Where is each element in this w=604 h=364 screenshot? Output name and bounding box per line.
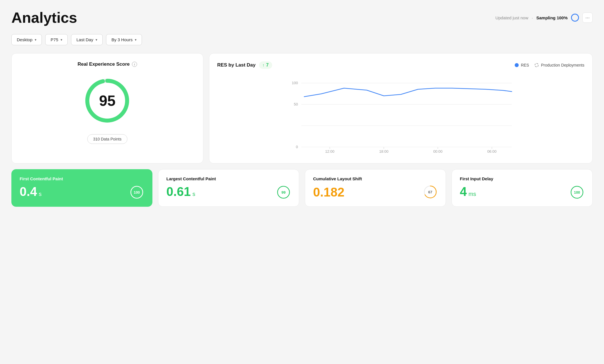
delta-arrow-icon: ↑ bbox=[262, 63, 264, 67]
fcp-unit: s bbox=[39, 191, 42, 197]
lcp-value-group: 0.61 s bbox=[166, 185, 195, 200]
cls-score: 67 bbox=[428, 190, 432, 194]
period-filter-label: Last Day bbox=[76, 37, 93, 42]
fid-value-row: 4 ms 100 bbox=[460, 185, 584, 200]
lcp-title: Largest Contentful Paint bbox=[166, 176, 291, 181]
main-grid: Real Experience Score i 95 310 Data Poin… bbox=[11, 53, 593, 164]
fid-title: First Input Delay bbox=[460, 176, 584, 181]
device-filter-chevron-icon: ▾ bbox=[35, 38, 36, 42]
donut-chart: 95 bbox=[82, 75, 133, 126]
interval-filter-chevron-icon: ▾ bbox=[135, 38, 136, 42]
metric-cls: Cumulative Layout Shift 0.182 67 bbox=[305, 169, 446, 207]
sampling-label: Sampling 100% bbox=[536, 15, 568, 20]
lcp-value-row: 0.61 s 99 bbox=[166, 185, 291, 200]
legend-res: RES bbox=[515, 63, 529, 67]
dot-separator: · bbox=[532, 15, 533, 20]
cls-score-circle: 67 bbox=[423, 185, 438, 199]
period-filter-chevron-icon: ▾ bbox=[96, 38, 97, 42]
metric-lcp: Largest Contentful Paint 0.61 s 99 bbox=[158, 169, 299, 207]
header-right: Updated just now · Sampling 100% ··· bbox=[495, 13, 593, 23]
lcp-score: 99 bbox=[282, 190, 286, 195]
percentile-filter-button[interactable]: P75 ▾ bbox=[45, 34, 68, 45]
fcp-title: First Contentful Paint bbox=[20, 176, 144, 181]
chart-legend: RES Production Deployments bbox=[515, 63, 584, 67]
chart-title-group: RES by Last Day ↑ 7 bbox=[217, 61, 272, 69]
sampling-circle-icon[interactable] bbox=[571, 14, 579, 22]
interval-filter-button[interactable]: By 3 Hours ▾ bbox=[106, 34, 142, 45]
page-header: Analytics Updated just now · Sampling 10… bbox=[11, 9, 593, 26]
updated-text: Updated just now bbox=[495, 15, 528, 20]
percentile-filter-chevron-icon: ▾ bbox=[61, 38, 62, 42]
res-legend-label: RES bbox=[521, 63, 529, 67]
svg-text:12:00: 12:00 bbox=[325, 149, 334, 154]
res-card: Real Experience Score i 95 310 Data Poin… bbox=[11, 53, 203, 164]
info-icon[interactable]: i bbox=[132, 62, 137, 67]
line-chart-svg: 100 50 0 12:00 18:00 00:00 06:00 bbox=[217, 75, 584, 154]
svg-text:00:00: 00:00 bbox=[433, 149, 442, 154]
more-options-button[interactable]: ··· bbox=[582, 13, 593, 23]
res-score: 95 bbox=[99, 92, 115, 109]
device-filter-button[interactable]: Desktop ▾ bbox=[11, 34, 42, 45]
res-delta-badge: ↑ 7 bbox=[259, 61, 272, 69]
chart-header: RES by Last Day ↑ 7 RES Production Deplo… bbox=[217, 61, 584, 69]
cls-title: Cumulative Layout Shift bbox=[313, 176, 438, 181]
deployments-legend-label: Production Deployments bbox=[541, 63, 584, 67]
metrics-grid: First Contentful Paint 0.4 s 100 Largest… bbox=[11, 169, 593, 207]
fid-score-circle: 100 bbox=[570, 185, 584, 200]
interval-filter-label: By 3 Hours bbox=[111, 37, 133, 42]
fid-score: 100 bbox=[574, 190, 580, 195]
filters-bar: Desktop ▾ P75 ▾ Last Day ▾ By 3 Hours ▾ bbox=[11, 34, 593, 45]
svg-text:0: 0 bbox=[296, 145, 298, 149]
page-title: Analytics bbox=[11, 9, 77, 26]
metric-fid: First Input Delay 4 ms 100 bbox=[452, 169, 593, 207]
res-card-title: Real Experience Score i bbox=[78, 61, 137, 67]
svg-text:06:00: 06:00 bbox=[487, 149, 497, 154]
res-legend-dot-icon bbox=[515, 63, 519, 67]
chart-svg-wrapper: 100 50 0 12:00 18:00 00:00 06:00 bbox=[217, 75, 584, 155]
lcp-score-circle: 99 bbox=[276, 185, 291, 200]
cls-value-row: 0.182 67 bbox=[313, 185, 438, 199]
fcp-value-row: 0.4 s 100 bbox=[20, 185, 144, 200]
deployments-legend-dot-icon bbox=[535, 63, 539, 67]
period-filter-button[interactable]: Last Day ▾ bbox=[71, 34, 103, 45]
lcp-unit: s bbox=[193, 191, 195, 197]
fid-value-group: 4 ms bbox=[460, 185, 476, 200]
fid-value: 4 bbox=[460, 185, 467, 199]
cls-value-group: 0.182 bbox=[313, 185, 344, 199]
cls-value: 0.182 bbox=[313, 185, 344, 199]
data-points-badge: 310 Data Points bbox=[87, 134, 128, 144]
fcp-value-group: 0.4 s bbox=[20, 185, 42, 200]
metric-fcp: First Contentful Paint 0.4 s 100 bbox=[11, 169, 152, 207]
legend-deployments: Production Deployments bbox=[535, 63, 584, 67]
lcp-value: 0.61 bbox=[166, 185, 191, 199]
fcp-score-circle: 100 bbox=[129, 185, 144, 200]
svg-text:100: 100 bbox=[292, 81, 298, 85]
fid-unit: ms bbox=[468, 191, 476, 197]
delta-value: 7 bbox=[266, 63, 269, 68]
svg-text:50: 50 bbox=[294, 102, 298, 106]
fcp-score: 100 bbox=[134, 190, 140, 195]
device-filter-label: Desktop bbox=[17, 37, 32, 42]
chart-title: RES by Last Day bbox=[217, 62, 256, 68]
svg-text:18:00: 18:00 bbox=[379, 149, 388, 154]
fcp-value: 0.4 bbox=[20, 185, 37, 199]
chart-card: RES by Last Day ↑ 7 RES Production Deplo… bbox=[209, 53, 593, 164]
percentile-filter-label: P75 bbox=[51, 37, 58, 42]
